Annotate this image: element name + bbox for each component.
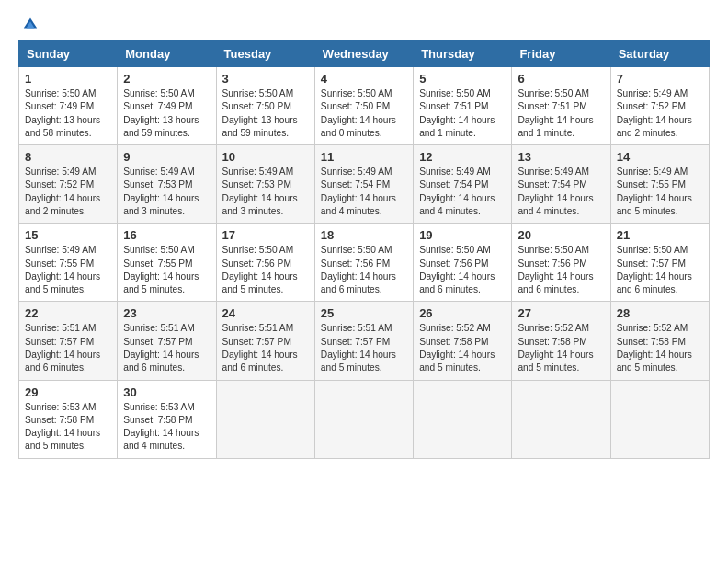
day-number: 21 <box>617 228 703 242</box>
cell-content: Sunrise: 5:49 AMSunset: 7:52 PMDaylight:… <box>25 166 111 218</box>
table-row <box>610 380 709 458</box>
table-row: 24Sunrise: 5:51 AMSunset: 7:57 PMDayligh… <box>216 302 314 380</box>
cell-content: Sunrise: 5:50 AMSunset: 7:50 PMDaylight:… <box>321 87 407 140</box>
cell-content: Sunrise: 5:49 AMSunset: 7:54 PMDaylight:… <box>419 166 506 218</box>
table-row: 14Sunrise: 5:49 AMSunset: 7:55 PMDayligh… <box>610 145 709 224</box>
cell-content: Sunrise: 5:49 AMSunset: 7:55 PMDaylight:… <box>25 244 111 296</box>
day-number: 27 <box>518 306 604 320</box>
day-number: 10 <box>222 150 309 164</box>
day-number: 18 <box>321 228 407 242</box>
calendar-table: Sunday Monday Tuesday Wednesday Thursday… <box>18 40 710 459</box>
table-row: 5Sunrise: 5:50 AMSunset: 7:51 PMDaylight… <box>414 67 512 145</box>
table-row: 19Sunrise: 5:50 AMSunset: 7:56 PMDayligh… <box>414 224 512 302</box>
cell-content: Sunrise: 5:52 AMSunset: 7:58 PMDaylight:… <box>419 322 506 374</box>
day-number: 6 <box>518 72 604 86</box>
cell-content: Sunrise: 5:49 AMSunset: 7:55 PMDaylight:… <box>617 166 703 218</box>
cell-content: Sunrise: 5:50 AMSunset: 7:56 PMDaylight:… <box>321 244 407 296</box>
table-row: 20Sunrise: 5:50 AMSunset: 7:56 PMDayligh… <box>512 224 610 302</box>
day-number: 24 <box>222 306 309 320</box>
calendar-row: 22Sunrise: 5:51 AMSunset: 7:57 PMDayligh… <box>19 302 710 380</box>
cell-content: Sunrise: 5:49 AMSunset: 7:52 PMDaylight:… <box>617 87 703 140</box>
day-number: 12 <box>419 150 506 164</box>
cell-content: Sunrise: 5:49 AMSunset: 7:53 PMDaylight:… <box>123 166 210 218</box>
cell-content: Sunrise: 5:52 AMSunset: 7:58 PMDaylight:… <box>617 322 703 374</box>
day-number: 5 <box>419 72 506 86</box>
table-row <box>414 380 512 458</box>
page: Sunday Monday Tuesday Wednesday Thursday… <box>0 0 728 563</box>
table-row: 15Sunrise: 5:49 AMSunset: 7:55 PMDayligh… <box>19 224 118 302</box>
table-row: 3Sunrise: 5:50 AMSunset: 7:50 PMDaylight… <box>216 67 314 145</box>
table-row: 27Sunrise: 5:52 AMSunset: 7:58 PMDayligh… <box>512 302 610 380</box>
table-row: 2Sunrise: 5:50 AMSunset: 7:49 PMDaylight… <box>118 67 216 145</box>
cell-content: Sunrise: 5:51 AMSunset: 7:57 PMDaylight:… <box>123 322 210 374</box>
logo-icon <box>22 15 39 31</box>
table-row: 7Sunrise: 5:49 AMSunset: 7:52 PMDaylight… <box>610 67 709 145</box>
cell-content: Sunrise: 5:53 AMSunset: 7:58 PMDaylight:… <box>123 401 210 454</box>
day-number: 1 <box>25 72 111 86</box>
cell-content: Sunrise: 5:50 AMSunset: 7:55 PMDaylight:… <box>123 244 210 296</box>
table-row: 16Sunrise: 5:50 AMSunset: 7:55 PMDayligh… <box>118 224 216 302</box>
table-row: 21Sunrise: 5:50 AMSunset: 7:57 PMDayligh… <box>610 224 709 302</box>
day-number: 29 <box>25 385 111 399</box>
cell-content: Sunrise: 5:50 AMSunset: 7:56 PMDaylight:… <box>222 244 309 296</box>
day-number: 15 <box>25 228 111 242</box>
cell-content: Sunrise: 5:50 AMSunset: 7:49 PMDaylight:… <box>25 87 111 140</box>
day-number: 28 <box>617 306 703 320</box>
table-row <box>216 380 314 458</box>
table-row: 11Sunrise: 5:49 AMSunset: 7:54 PMDayligh… <box>314 145 413 224</box>
table-row: 29Sunrise: 5:53 AMSunset: 7:58 PMDayligh… <box>19 380 118 458</box>
day-number: 11 <box>321 150 407 164</box>
calendar-row: 8Sunrise: 5:49 AMSunset: 7:52 PMDaylight… <box>19 145 710 224</box>
day-number: 2 <box>123 72 210 86</box>
cell-content: Sunrise: 5:51 AMSunset: 7:57 PMDaylight:… <box>321 322 407 374</box>
logo <box>18 15 39 31</box>
cell-content: Sunrise: 5:51 AMSunset: 7:57 PMDaylight:… <box>222 322 309 374</box>
day-number: 23 <box>123 306 210 320</box>
day-number: 16 <box>123 228 210 242</box>
col-wednesday: Wednesday <box>314 41 413 67</box>
calendar-row: 29Sunrise: 5:53 AMSunset: 7:58 PMDayligh… <box>19 380 710 458</box>
day-number: 22 <box>25 306 111 320</box>
day-number: 17 <box>222 228 309 242</box>
table-row <box>512 380 610 458</box>
cell-content: Sunrise: 5:49 AMSunset: 7:54 PMDaylight:… <box>321 166 407 218</box>
table-row <box>314 380 413 458</box>
day-number: 20 <box>518 228 604 242</box>
col-saturday: Saturday <box>610 41 709 67</box>
table-row: 22Sunrise: 5:51 AMSunset: 7:57 PMDayligh… <box>19 302 118 380</box>
day-number: 30 <box>123 385 210 399</box>
day-number: 4 <box>321 72 407 86</box>
col-monday: Monday <box>118 41 216 67</box>
calendar-row: 1Sunrise: 5:50 AMSunset: 7:49 PMDaylight… <box>19 67 710 145</box>
col-tuesday: Tuesday <box>216 41 314 67</box>
col-thursday: Thursday <box>414 41 512 67</box>
table-row: 12Sunrise: 5:49 AMSunset: 7:54 PMDayligh… <box>414 145 512 224</box>
col-friday: Friday <box>512 41 610 67</box>
table-row: 23Sunrise: 5:51 AMSunset: 7:57 PMDayligh… <box>118 302 216 380</box>
header-row: Sunday Monday Tuesday Wednesday Thursday… <box>19 41 710 67</box>
cell-content: Sunrise: 5:50 AMSunset: 7:51 PMDaylight:… <box>419 87 506 140</box>
table-row: 4Sunrise: 5:50 AMSunset: 7:50 PMDaylight… <box>314 67 413 145</box>
table-row: 13Sunrise: 5:49 AMSunset: 7:54 PMDayligh… <box>512 145 610 224</box>
table-row: 17Sunrise: 5:50 AMSunset: 7:56 PMDayligh… <box>216 224 314 302</box>
table-row: 26Sunrise: 5:52 AMSunset: 7:58 PMDayligh… <box>414 302 512 380</box>
table-row: 9Sunrise: 5:49 AMSunset: 7:53 PMDaylight… <box>118 145 216 224</box>
day-number: 26 <box>419 306 506 320</box>
cell-content: Sunrise: 5:52 AMSunset: 7:58 PMDaylight:… <box>518 322 604 374</box>
calendar-row: 15Sunrise: 5:49 AMSunset: 7:55 PMDayligh… <box>19 224 710 302</box>
table-row: 6Sunrise: 5:50 AMSunset: 7:51 PMDaylight… <box>512 67 610 145</box>
table-row: 18Sunrise: 5:50 AMSunset: 7:56 PMDayligh… <box>314 224 413 302</box>
cell-content: Sunrise: 5:49 AMSunset: 7:54 PMDaylight:… <box>518 166 604 218</box>
cell-content: Sunrise: 5:53 AMSunset: 7:58 PMDaylight:… <box>25 401 111 454</box>
table-row: 25Sunrise: 5:51 AMSunset: 7:57 PMDayligh… <box>314 302 413 380</box>
cell-content: Sunrise: 5:51 AMSunset: 7:57 PMDaylight:… <box>25 322 111 374</box>
table-row: 1Sunrise: 5:50 AMSunset: 7:49 PMDaylight… <box>19 67 118 145</box>
cell-content: Sunrise: 5:50 AMSunset: 7:50 PMDaylight:… <box>222 87 309 140</box>
day-number: 19 <box>419 228 506 242</box>
table-row: 30Sunrise: 5:53 AMSunset: 7:58 PMDayligh… <box>118 380 216 458</box>
header <box>18 15 710 31</box>
col-sunday: Sunday <box>19 41 118 67</box>
day-number: 7 <box>617 72 703 86</box>
day-number: 8 <box>25 150 111 164</box>
day-number: 9 <box>123 150 210 164</box>
